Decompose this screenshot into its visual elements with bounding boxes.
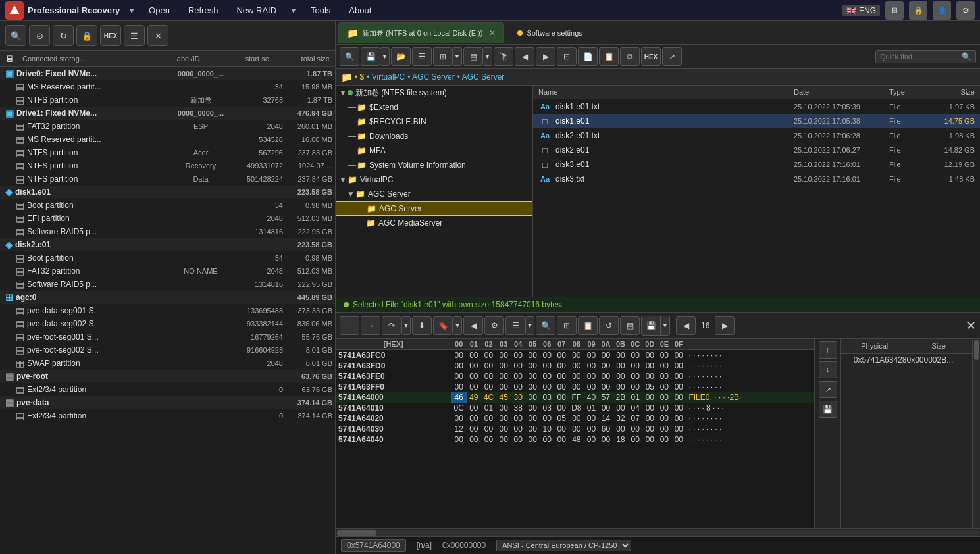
tree-item-ext-pve-data[interactable]: ▤ Ext2/3/4 partition 0 374.14 GB: [0, 409, 335, 422]
breadcrumb-agc-server-1[interactable]: • AGC Server: [407, 72, 455, 82]
hex-go-btn[interactable]: ↷: [382, 316, 401, 335]
tree-item-ntfs-recovery[interactable]: ▤ NTFS partition Recovery 499331072 1024…: [0, 159, 335, 172]
fs-tree-agcmedia[interactable]: 📁 AGC MediaServer: [336, 216, 532, 230]
hex-list-arrow[interactable]: ▼: [525, 316, 534, 335]
fs-tree-extend[interactable]: — 📁 $Extend: [336, 100, 532, 114]
menu-open[interactable]: Open: [143, 3, 175, 18]
tree-item-drive1[interactable]: ▣ Drive1: Fixed NVMe... 0000_0000_... 47…: [0, 107, 335, 120]
tree-item-raid5-d1[interactable]: ▤ Software RAID5 p... 1314816 222.95 GB: [0, 225, 335, 238]
hex-scroll-thumb[interactable]: [974, 340, 979, 360]
hex-mark-btn[interactable]: 🔖: [433, 316, 453, 335]
fb-back-btn[interactable]: ◀: [515, 47, 534, 66]
tree-item-pve-root-seg002[interactable]: ▤ pve-root-seg002 S... 916604928 8.01 GB: [0, 343, 335, 357]
tree-item-disk2e01[interactable]: ◈ disk2.e01 223.58 GB: [0, 238, 335, 251]
fb-save-arrow-btn[interactable]: ▼: [380, 47, 390, 66]
breadcrumb-virtualpc[interactable]: • VirtualPC: [367, 72, 405, 82]
tree-item-fat32-esp[interactable]: ▤ FAT32 partition ESP 2048 260.01 MB: [0, 120, 335, 133]
hex-search-btn[interactable]: 🔍: [536, 316, 555, 335]
tree-item-raid5-d2[interactable]: ▤ Software RAID5 p... 1314816 222.95 GB: [0, 278, 335, 291]
hex-nav-left-btn[interactable]: ◀: [676, 316, 696, 335]
hex-table-container[interactable]: [HEX] 00 01 02 03 04 05 06 07 08 09: [336, 339, 814, 528]
hex-view-btn[interactable]: ▤: [620, 316, 640, 335]
file-row-disk2txt[interactable]: Aa disk2.e01.txt 25.10.2022 17:06:28 Fil…: [533, 128, 980, 143]
hex-row-9[interactable]: 5741A64040 00000000 00000000 48000018 00…: [336, 434, 814, 445]
language-selector[interactable]: 🇬🇧 ENG: [842, 5, 880, 16]
tree-item-ntfs-xinjuan[interactable]: ▤ NTFS partition 新加卷 32768 1.87 TB: [0, 93, 335, 107]
fs-tree-downloads[interactable]: — 📁 Downloads: [336, 129, 532, 143]
tab-close-btn[interactable]: ✕: [489, 28, 496, 38]
hex-save-main-btn[interactable]: 💾: [642, 316, 660, 335]
hex-gear-btn[interactable]: ⚙: [484, 316, 504, 335]
hex-row-file[interactable]: 5741A64000 46494C45 30000300 FF40572B 01…: [336, 392, 814, 403]
hex-list-btn[interactable]: ☰: [505, 316, 525, 335]
fs-tree-mfa[interactable]: — 📁 MFA: [336, 143, 532, 158]
fb-save-btn[interactable]: 💾: [361, 47, 380, 66]
hex-nav-right-btn[interactable]: ▶: [715, 316, 735, 335]
file-row-disk2e01[interactable]: □ disk2.e01 25.10.2022 17:06:27 File 14.…: [533, 143, 980, 157]
hex-go-arrow[interactable]: ▼: [401, 316, 411, 335]
hex-row-6[interactable]: 5741A64010 0C000100 38000300 D8010000 04…: [336, 403, 814, 413]
monitor-icon-btn[interactable]: 🖥: [885, 1, 904, 20]
fb-search-btn[interactable]: 🔍: [340, 47, 359, 66]
fb-grid-arrow-btn[interactable]: ▼: [453, 47, 462, 66]
file-row-disk1e01[interactable]: □ disk1.e01 25.10.2022 17:05:38 File 14.…: [533, 114, 980, 128]
fb-binoculars-btn[interactable]: 🔭: [494, 47, 513, 66]
file-row-disk1txt[interactable]: Aa disk1.e01.txt 25.10.2022 17:05:39 Fil…: [533, 99, 980, 114]
hex-close-btn[interactable]: ✕: [966, 318, 976, 333]
tree-item-boot-d2[interactable]: ▤ Boot partition 34 0.98 MB: [0, 251, 335, 264]
hex-download-btn[interactable]: ⬇: [412, 316, 432, 335]
tree-item-ms-reserved-0[interactable]: ▤ MS Reserved partit... 34 15.98 MB: [0, 80, 335, 93]
tree-item-ntfs-data[interactable]: ▤ NTFS partition Data 501428224 237.84 G…: [0, 172, 335, 186]
tree-item-agc0[interactable]: ⊞ agc:0 445.89 GB: [0, 291, 335, 304]
hex-row-7[interactable]: 5741A64020 00000000 00000005 00001432 07…: [336, 413, 814, 424]
settings-icon-btn[interactable]: ⚙: [956, 1, 975, 20]
hex-grid-btn[interactable]: ⊞: [557, 316, 577, 335]
hex-row-2[interactable]: 5741A63FD0 00000000 00000000 00000000 00…: [336, 361, 814, 371]
tree-item-pve-data-seg001[interactable]: ▤ pve-data-seg001 S... 133695488 373.33 …: [0, 304, 335, 317]
lock-icon-btn[interactable]: 🔒: [909, 1, 927, 20]
tree-item-ms-reserved-1[interactable]: ▤ MS Reserved partit... 534528 16.00 MB: [0, 133, 335, 146]
lock-btn[interactable]: 🔒: [76, 25, 97, 46]
hex-hscroll-thumb[interactable]: [337, 530, 376, 536]
encoding-select[interactable]: ANSI - Central European / CP-1250: [496, 540, 631, 551]
hex-save-arrow-btn[interactable]: ▼: [660, 316, 669, 335]
fs-tree-agcserver-child[interactable]: 📁 AGC Server: [336, 201, 532, 216]
scan-btn[interactable]: ⊙: [29, 25, 50, 46]
tree-item-swap[interactable]: ▦ SWAP partition 2048 8.01 GB: [0, 357, 335, 370]
tree-item-efi-d1[interactable]: ▤ EFI partition 2048 512.03 MB: [0, 212, 335, 225]
fb-export-btn[interactable]: ↗: [662, 47, 682, 66]
hex-refresh-btn[interactable]: ↺: [599, 316, 619, 335]
hex-scroll-right-btn[interactable]: ↗: [819, 381, 837, 398]
tree-item-boot-d1[interactable]: ▤ Boot partition 34 0.98 MB: [0, 199, 335, 212]
tree-item-pve-data[interactable]: ▤ pve-data 374.14 GB: [0, 396, 335, 409]
hex-row-3[interactable]: 5741A63FE0 00000000 00000000 00000000 00…: [336, 371, 814, 382]
breadcrumb-dollar[interactable]: • $: [355, 72, 364, 82]
tree-item-pve-data-seg002[interactable]: ▤ pve-data-seg002 S... 933382144 836.06 …: [0, 317, 335, 330]
tree-item-drive0[interactable]: ▣ Drive0: Fixed NVMe... 0000_0000_... 1.…: [0, 67, 335, 80]
smart-btn[interactable]: ↻: [53, 25, 74, 46]
hex-hscrollbar[interactable]: [336, 528, 980, 536]
quick-find-input[interactable]: [880, 53, 959, 61]
fs-tree-agcserver-parent[interactable]: ▼ 📁 AGC Server: [336, 187, 532, 201]
file-row-disk3txt[interactable]: Aa disk3.txt 25.10.2022 17:16:01 File 1.…: [533, 172, 980, 186]
menu-refresh[interactable]: Refresh: [183, 3, 224, 18]
tree-item-ntfs-acer[interactable]: ▤ NTFS partition Acer 567296 237.83 GB: [0, 146, 335, 159]
fb-forward-btn[interactable]: ▶: [536, 47, 555, 66]
close-left-btn[interactable]: ✕: [147, 25, 168, 46]
hex-row-8[interactable]: 5741A64030 12000000 00001000 00006000 00…: [336, 424, 814, 434]
search-btn[interactable]: 🔍: [5, 25, 26, 46]
fb-view-arrow-btn[interactable]: ▼: [483, 47, 492, 66]
tab-settings[interactable]: Software settings: [509, 26, 590, 39]
fb-copy2-btn[interactable]: 📋: [599, 47, 619, 66]
tree-item-pve-root[interactable]: ▤ pve-root 63.76 GB: [0, 370, 335, 383]
fb-view-btn[interactable]: ▤: [463, 47, 483, 66]
hex-back-btn[interactable]: ←: [340, 316, 359, 335]
hex-scrollbar[interactable]: [972, 339, 980, 528]
hex-mark-arrow[interactable]: ▼: [453, 316, 462, 335]
fs-tree-root[interactable]: ▼ 新加卷 (NTFS file system): [336, 86, 532, 100]
menu-about[interactable]: About: [344, 3, 376, 18]
fs-tree-virtualpc[interactable]: ▼ 📁 VirtualPC: [336, 172, 532, 187]
hex-scroll-down-btn[interactable]: ↓: [819, 361, 837, 378]
user-icon-btn[interactable]: 👤: [933, 1, 951, 20]
fb-grid-btn[interactable]: ⊞: [433, 47, 453, 66]
